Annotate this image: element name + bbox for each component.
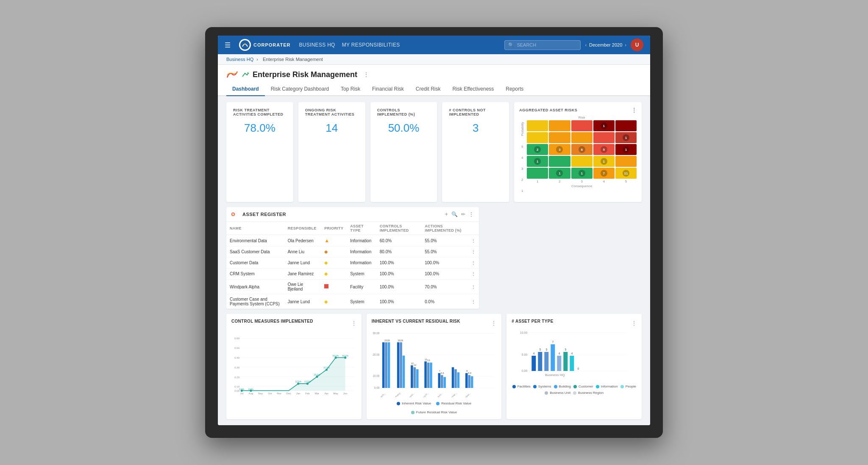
row-name-1: SaaS Customer Data bbox=[226, 246, 284, 257]
nav-my-responsibilities[interactable]: MY RESPONSIBILITIES bbox=[342, 42, 400, 48]
middle-row: ASSET REGISTER + 🔍 ✏ ⋮ NAME RESPONS bbox=[226, 207, 642, 309]
row-controls-3: 100.0% bbox=[376, 268, 422, 280]
table-row: Windpark Alpha Owe Lie Bjeiland Facility… bbox=[226, 280, 479, 294]
breadcrumb-home[interactable]: Business HQ bbox=[226, 57, 253, 62]
cell-1-5: 11 bbox=[615, 168, 637, 179]
svg-marker-18 bbox=[242, 357, 345, 390]
inherent-vs-residual-options[interactable]: ⋮ bbox=[491, 320, 496, 326]
aggregated-options-icon[interactable]: ⋮ bbox=[632, 107, 637, 113]
row-menu-5[interactable]: ⋮ bbox=[468, 294, 479, 309]
cell-2-3 bbox=[571, 156, 593, 167]
tab-risk-category[interactable]: Risk Category Dashboard bbox=[265, 83, 335, 96]
svg-text:30.00: 30.00 bbox=[373, 332, 380, 335]
edit-btn[interactable]: ✏ bbox=[461, 211, 465, 217]
legend-residual: Residual Risk Value bbox=[436, 401, 471, 405]
tab-credit-risk[interactable]: Credit Risk bbox=[410, 83, 447, 96]
svg-text:12.5%: 12.5% bbox=[304, 380, 311, 383]
page-options-icon[interactable]: ⋮ bbox=[363, 71, 369, 78]
cell-4-1 bbox=[527, 132, 548, 143]
row-name-4: Windpark Alpha bbox=[226, 280, 284, 294]
svg-text:Lack of Automat...: Lack of Automat... bbox=[442, 392, 457, 397]
kpi-aggregated-risks: AGGREGATED ASSET RISKS ⋮ Probability 5 4… bbox=[514, 102, 642, 202]
col-actions: ACTIONS IMPLEMENTED (%) bbox=[421, 222, 467, 235]
row-menu-1[interactable]: ⋮ bbox=[468, 246, 479, 257]
search-btn[interactable]: 🔍 bbox=[451, 211, 458, 217]
svg-text:5: 5 bbox=[540, 348, 541, 351]
add-row-btn[interactable]: + bbox=[445, 211, 448, 217]
kpi-value-0: 78.0% bbox=[233, 122, 287, 135]
row-priority-3: ◆ bbox=[321, 268, 347, 280]
legend-information: Information bbox=[596, 385, 618, 388]
svg-text:12.5%: 12.5% bbox=[295, 380, 301, 383]
svg-text:Feb: Feb bbox=[305, 392, 310, 395]
svg-text:Dec: Dec bbox=[287, 392, 291, 395]
col-responsible: RESPONSIBLE bbox=[284, 222, 321, 235]
kpi-label-3: # CONTROLS NOT IMPLEMENTED bbox=[449, 108, 502, 116]
svg-text:25.0%: 25.0% bbox=[314, 374, 320, 376]
breadcrumb: Business HQ › Enterprise Risk Management bbox=[218, 54, 650, 65]
tab-financial-risk[interactable]: Financial Risk bbox=[366, 83, 410, 96]
asset-per-type-legend: Facilities Systems Building Custome bbox=[512, 385, 637, 395]
date-next-arrow[interactable]: › bbox=[625, 42, 626, 47]
search-box[interactable]: 🔍 bbox=[504, 40, 581, 50]
row-menu-0[interactable]: ⋮ bbox=[468, 235, 479, 246]
row-asset-type-5: System bbox=[347, 294, 376, 309]
tab-dashboard[interactable]: Dashboard bbox=[226, 83, 265, 96]
legend-facilities-dot bbox=[512, 385, 516, 388]
svg-text:Different Hierarch...: Different Hierarch... bbox=[372, 392, 386, 397]
svg-text:0.0%: 0.0% bbox=[248, 388, 253, 390]
y-5: 5 bbox=[521, 142, 523, 152]
navbar: ☰ CORPORATER BUSINESS HQ MY RESPONSIBILI… bbox=[218, 36, 650, 54]
kpi-label-0: RISK TREATMENT ACTIVITIES COMPLETED bbox=[233, 108, 287, 116]
control-measures-title: CONTROL MEASURES IMPLEMENTED bbox=[231, 319, 313, 324]
row-asset-type-4: Facility bbox=[347, 280, 376, 294]
svg-rect-61 bbox=[400, 342, 402, 388]
svg-text:50.0%: 50.0% bbox=[333, 354, 339, 357]
hamburger-icon[interactable]: ☰ bbox=[225, 41, 231, 49]
svg-rect-66 bbox=[413, 367, 416, 388]
legend-building-dot bbox=[554, 385, 557, 388]
search-input[interactable] bbox=[517, 42, 577, 47]
row-menu-4[interactable]: ⋮ bbox=[468, 280, 479, 294]
control-measures-options[interactable]: ⋮ bbox=[351, 320, 356, 326]
more-btn[interactable]: ⋮ bbox=[469, 211, 474, 217]
legend-business-region-dot bbox=[573, 391, 576, 395]
laptop-screen: ☰ CORPORATER BUSINESS HQ MY RESPONSIBILI… bbox=[218, 36, 650, 425]
risk-matrix-wrapper: Probability 5 4 3 2 1 Risk bbox=[519, 116, 637, 197]
row-priority-2: ◆ bbox=[321, 257, 347, 268]
tab-reports[interactable]: Reports bbox=[500, 83, 529, 96]
tab-top-risk[interactable]: Top Risk bbox=[335, 83, 366, 96]
content-area: RISK TREATMENT ACTIVITIES COMPLETED 78.0… bbox=[218, 96, 650, 425]
asset-register-card: ASSET REGISTER + 🔍 ✏ ⋮ NAME RESPONS bbox=[226, 207, 479, 309]
tab-risk-effectiveness[interactable]: Risk Effectiveness bbox=[447, 83, 500, 96]
svg-text:0.50: 0.50 bbox=[234, 347, 239, 349]
row-menu-2[interactable]: ⋮ bbox=[468, 257, 479, 268]
cell-2-5 bbox=[615, 156, 637, 167]
svg-text:Jan: Jan bbox=[296, 392, 300, 395]
right-spacer bbox=[484, 207, 642, 309]
row-actions-1: 55.0% bbox=[421, 246, 467, 257]
row-menu-3[interactable]: ⋮ bbox=[468, 268, 479, 280]
page-icon bbox=[226, 70, 238, 79]
row-actions-5: 0.0% bbox=[421, 294, 467, 309]
avatar[interactable]: U bbox=[631, 39, 643, 51]
svg-text:28: 28 bbox=[401, 339, 403, 342]
navbar-right: 🔍 ‹ December 2020 › U bbox=[504, 39, 643, 51]
svg-rect-77 bbox=[443, 377, 446, 388]
row-responsible-2: Janne Lund bbox=[284, 257, 321, 268]
asset-per-type-options[interactable]: ⋮ bbox=[632, 320, 637, 326]
legend-inherent: Inherent Risk Value bbox=[397, 401, 431, 405]
x-4: 4 bbox=[593, 180, 615, 183]
col-menu bbox=[468, 222, 479, 235]
nav-business-hq[interactable]: BUSINESS HQ bbox=[299, 42, 335, 48]
svg-text:Delay of Process...: Delay of Process... bbox=[399, 392, 415, 397]
y-2: 2 bbox=[521, 175, 523, 185]
col-name: NAME bbox=[226, 222, 284, 235]
legend-people: People bbox=[620, 385, 636, 388]
cell-4-4 bbox=[593, 132, 615, 143]
date-prev-arrow[interactable]: ‹ bbox=[585, 42, 587, 47]
cell-5-1 bbox=[527, 120, 548, 131]
inherent-vs-residual-chart: 30.00 20.00 10.00 0.00 bbox=[372, 329, 497, 397]
row-priority-4 bbox=[321, 280, 347, 294]
kpi-row: RISK TREATMENT ACTIVITIES COMPLETED 78.0… bbox=[226, 102, 642, 202]
